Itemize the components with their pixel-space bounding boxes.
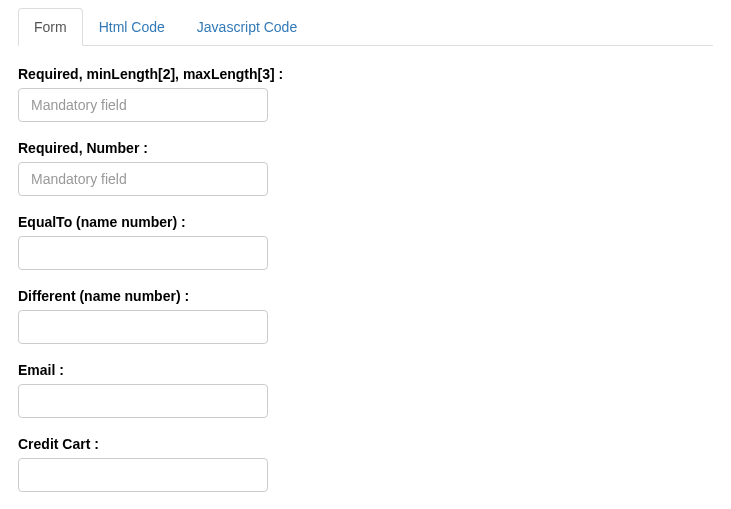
label-different: Different (name number) : — [18, 288, 713, 304]
input-required-minmax[interactable] — [18, 88, 268, 122]
input-required-number[interactable] — [18, 162, 268, 196]
input-different[interactable] — [18, 310, 268, 344]
label-required-number: Required, Number : — [18, 140, 713, 156]
input-credit-cart[interactable] — [18, 458, 268, 492]
tab-form[interactable]: Form — [18, 8, 83, 46]
tab-html-code[interactable]: Html Code — [83, 8, 181, 46]
form-group-required-minmax: Required, minLength[2], maxLength[3] : — [18, 66, 713, 122]
input-email[interactable] — [18, 384, 268, 418]
form-container: Form Html Code Javascript Code Required,… — [0, 0, 731, 509]
form-group-required-number: Required, Number : — [18, 140, 713, 196]
input-equal-to[interactable] — [18, 236, 268, 270]
form-group-credit-cart: Credit Cart : — [18, 436, 713, 492]
form-group-email: Email : — [18, 362, 713, 418]
label-email: Email : — [18, 362, 713, 378]
label-required-minmax: Required, minLength[2], maxLength[3] : — [18, 66, 713, 82]
nav-tabs: Form Html Code Javascript Code — [18, 8, 713, 46]
label-equal-to: EqualTo (name number) : — [18, 214, 713, 230]
form-group-equal-to: EqualTo (name number) : — [18, 214, 713, 270]
tab-javascript-code[interactable]: Javascript Code — [181, 8, 313, 46]
form-group-different: Different (name number) : — [18, 288, 713, 344]
label-credit-cart: Credit Cart : — [18, 436, 713, 452]
